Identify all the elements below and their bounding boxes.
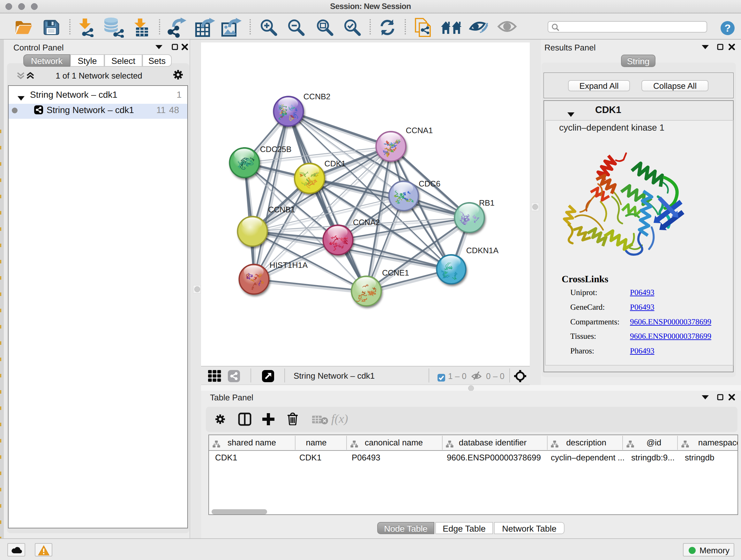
svg-text:CDC6: CDC6 [419, 179, 441, 188]
svg-text:CDC25B: CDC25B [260, 145, 292, 154]
svg-text:CCNA2: CCNA2 [353, 218, 380, 227]
svg-text:CDKN1A: CDKN1A [466, 246, 499, 255]
svg-text:RB1: RB1 [479, 199, 495, 207]
svg-text:CCNB2: CCNB2 [304, 92, 331, 101]
svg-text:CDK1: CDK1 [325, 159, 346, 168]
svg-text:CCNA1: CCNA1 [406, 126, 433, 135]
svg-text:CCNE1: CCNE1 [382, 268, 409, 277]
svg-text:?: ? [724, 23, 731, 34]
svg-text:HIST1H1A: HIST1H1A [270, 261, 308, 270]
svg-text:CCNB1: CCNB1 [268, 205, 295, 214]
